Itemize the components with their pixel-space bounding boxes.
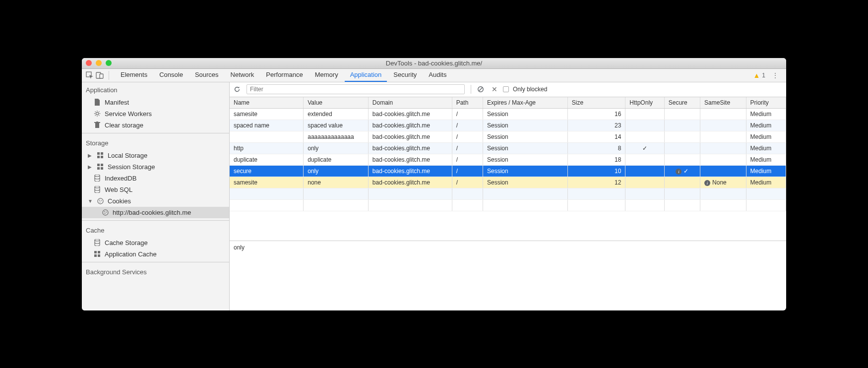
cookie-row[interactable]: secureonlybad-cookies.glitch.me/Session1… <box>230 165 786 177</box>
sidebar-item-session-storage[interactable]: ▶Session Storage <box>82 161 229 173</box>
close-window-button[interactable] <box>86 60 92 66</box>
cell-name: samesite <box>230 177 304 188</box>
sidebar-item-label: Local Storage <box>108 152 147 159</box>
warnings-badge[interactable]: ▲ 1 <box>753 71 765 79</box>
svg-rect-8 <box>101 152 103 155</box>
tab-elements[interactable]: Elements <box>115 68 153 82</box>
cell-size: 23 <box>567 120 625 131</box>
cell-priority: Medium <box>746 108 786 120</box>
minimize-window-button[interactable] <box>96 60 102 66</box>
cookie-icon <box>97 197 104 204</box>
sidebar-item-clear-storage[interactable]: Clear storage <box>82 120 229 131</box>
sidebar-item-cache-storage[interactable]: Cache Storage <box>82 237 229 248</box>
column-header-domain[interactable]: Domain <box>368 97 452 109</box>
cell-size: 16 <box>567 108 625 120</box>
column-header-value[interactable]: Value <box>304 97 369 109</box>
cell-size: 18 <box>567 154 625 165</box>
cookie-row[interactable]: duplicateduplicatebad-cookies.glitch.me/… <box>230 154 786 165</box>
cell-size: 8 <box>567 142 625 154</box>
svg-point-22 <box>104 211 105 212</box>
cell-expires: Session <box>483 108 567 120</box>
cell-value: aaaaaaaaaaaaaa <box>304 131 369 142</box>
cell-value: only <box>304 142 369 154</box>
cell-value: extended <box>304 108 369 120</box>
sidebar-item-label: Web SQL <box>105 186 132 193</box>
column-header-path[interactable]: Path <box>452 97 483 109</box>
sidebar-item-local-storage[interactable]: ▶Local Storage <box>82 150 229 161</box>
svg-rect-14 <box>101 167 103 170</box>
zoom-window-button[interactable] <box>106 60 112 66</box>
inspect-element-icon[interactable] <box>85 70 95 80</box>
column-header-name[interactable]: Name <box>230 97 304 109</box>
svg-point-18 <box>99 199 100 200</box>
tab-application[interactable]: Application <box>345 68 387 82</box>
cell-sameSite <box>700 154 746 165</box>
cookie-row[interactable]: aaaaaaaaaaaaaabad-cookies.glitch.me/Sess… <box>230 131 786 142</box>
more-menu-icon[interactable]: ⋮ <box>770 70 780 80</box>
tab-network[interactable]: Network <box>225 68 260 82</box>
window-controls <box>86 60 112 66</box>
sidebar-item-service-workers[interactable]: Service Workers <box>82 108 229 120</box>
cell-secure <box>664 120 700 131</box>
svg-point-3 <box>96 112 98 115</box>
db-icon <box>94 186 101 193</box>
cell-domain: bad-cookies.glitch.me <box>368 154 452 165</box>
cookie-row[interactable]: samesiteextendedbad-cookies.glitch.me/Se… <box>230 108 786 120</box>
column-header-priority[interactable]: Priority <box>746 97 786 109</box>
cookie-row[interactable]: spaced namespaced valuebad-cookies.glitc… <box>230 120 786 131</box>
cell-secure: i✓ <box>664 165 700 177</box>
cell-httpOnly <box>625 154 664 165</box>
warning-count: 1 <box>762 72 765 79</box>
refresh-icon[interactable] <box>234 86 243 93</box>
panel-tabs: ElementsConsoleSourcesNetworkPerformance… <box>115 68 452 82</box>
titlebar: DevTools - bad-cookies.glitch.me/ <box>82 58 786 69</box>
svg-point-16 <box>95 186 100 188</box>
tab-security[interactable]: Security <box>388 68 422 82</box>
cell-httpOnly <box>625 165 664 177</box>
tab-memory[interactable]: Memory <box>310 68 344 82</box>
cell-sameSite <box>700 165 746 177</box>
chevron-down-icon[interactable]: ▼ <box>88 198 93 204</box>
cookie-icon <box>102 209 109 216</box>
column-header-size[interactable]: Size <box>567 97 625 109</box>
delete-selected-icon[interactable]: ✕ <box>490 85 499 93</box>
cookie-row[interactable]: samesitenonebad-cookies.glitch.me/Sessio… <box>230 177 786 188</box>
cell-priority: Medium <box>746 177 786 188</box>
cell-domain: bad-cookies.glitch.me <box>368 120 452 131</box>
device-toggle-icon[interactable] <box>95 70 105 80</box>
tab-console[interactable]: Console <box>154 68 188 82</box>
chevron-right-icon[interactable]: ▶ <box>88 153 93 158</box>
sidebar-item-web-sql[interactable]: Web SQL <box>82 184 229 195</box>
cell-httpOnly <box>625 108 664 120</box>
tab-performance[interactable]: Performance <box>260 68 308 82</box>
cell-expires: Session <box>483 154 567 165</box>
cell-priority: Medium <box>746 142 786 154</box>
tab-audits[interactable]: Audits <box>423 68 452 82</box>
sidebar-item-application-cache[interactable]: Application Cache <box>82 248 229 260</box>
clear-all-icon[interactable] <box>477 86 486 93</box>
column-header-secure[interactable]: Secure <box>664 97 700 109</box>
cell-secure <box>664 108 700 120</box>
column-header-sameSite[interactable]: SameSite <box>700 97 746 109</box>
cookies-panel: ✕ Only blocked NameValueDomainPathExpire… <box>230 82 786 310</box>
cookies-table: NameValueDomainPathExpires / Max-AgeSize… <box>230 97 786 241</box>
column-header-httpOnly[interactable]: HttpOnly <box>625 97 664 109</box>
filter-input[interactable] <box>247 84 465 94</box>
cell-priority: Medium <box>746 154 786 165</box>
sidebar-item-label: Clear storage <box>105 122 143 129</box>
cell-name: secure <box>230 165 304 177</box>
cell-secure <box>664 142 700 154</box>
cell-path: / <box>452 142 483 154</box>
chevron-right-icon[interactable]: ▶ <box>88 164 93 170</box>
sidebar-item-manifest[interactable]: Manifest <box>82 97 229 108</box>
cookie-row[interactable]: httponlybad-cookies.glitch.me/Session8✓M… <box>230 142 786 154</box>
svg-rect-9 <box>97 156 100 158</box>
tab-sources[interactable]: Sources <box>189 68 224 82</box>
only-blocked-checkbox[interactable] <box>503 86 509 92</box>
sidebar-item-cookies[interactable]: ▼Cookies <box>82 195 229 207</box>
svg-rect-12 <box>101 164 103 166</box>
warning-icon: ▲ <box>753 71 760 79</box>
sidebar-item-cookie-origin[interactable]: http://bad-cookies.glitch.me <box>82 207 229 218</box>
sidebar-item-indexeddb[interactable]: IndexedDB <box>82 173 229 184</box>
column-header-expires[interactable]: Expires / Max-Age <box>483 97 567 109</box>
